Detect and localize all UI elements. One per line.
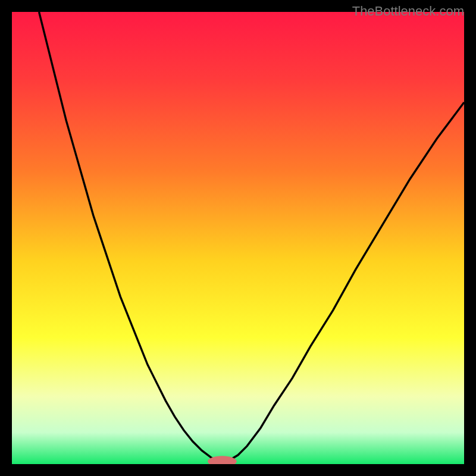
chart-frame	[12, 12, 464, 464]
gradient-background	[12, 12, 464, 464]
watermark-text: TheBottleneck.com	[352, 4, 464, 19]
bottleneck-chart	[12, 12, 464, 464]
